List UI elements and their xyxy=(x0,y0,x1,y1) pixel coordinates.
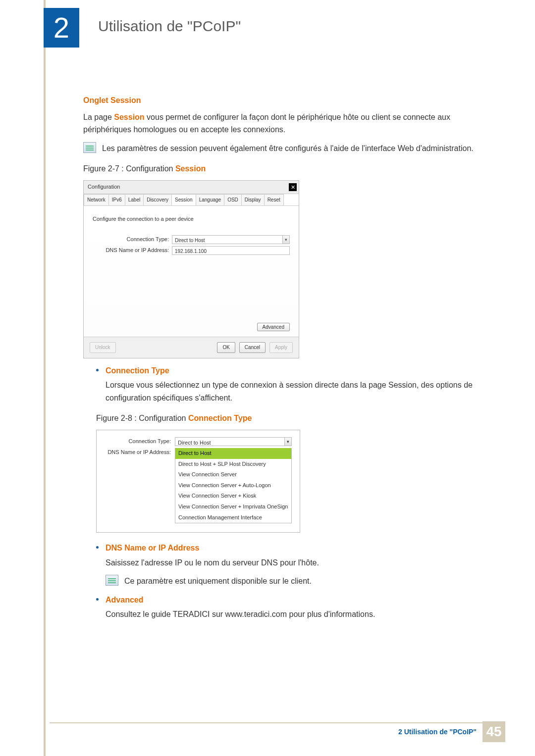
apply-button[interactable]: Apply xyxy=(269,342,293,353)
fig28-option[interactable]: View Connection Server + Imprivata OneSi… xyxy=(175,502,291,512)
footer-chapter-label: 2 Utilisation de "PCoIP" xyxy=(398,728,477,736)
window-body: Configure the connection to a peer devic… xyxy=(84,206,299,337)
chapter-number-block: 2 xyxy=(44,8,79,48)
cancel-button[interactable]: Cancel xyxy=(239,342,266,353)
note-block: Les paramètres de session peuvent égalem… xyxy=(83,142,480,155)
fig28-option[interactable]: Connection Management Interface xyxy=(175,512,291,523)
connection-type-text: Lorsque vous sélectionnez un type de con… xyxy=(106,379,480,404)
page-footer: 2 Utilisation de "PCoIP" 45 xyxy=(398,721,505,742)
tab-strip: Network IPv6 Label Discovery Session Lan… xyxy=(84,194,299,206)
tab-discovery[interactable]: Discovery xyxy=(143,194,172,205)
dns-text: Saisissez l'adresse IP ou le nom du serv… xyxy=(106,556,480,569)
ok-button[interactable]: OK xyxy=(217,342,235,353)
dns-note: Ce paramètre est uniquement disponible s… xyxy=(124,575,312,588)
fig28-conn-type-value: Direct to Host xyxy=(178,440,211,446)
window-footer: Unlock OK Cancel Apply xyxy=(84,337,299,358)
tab-label[interactable]: Label xyxy=(125,194,144,205)
dns-input[interactable]: 192.168.1.100 xyxy=(172,246,290,255)
fig28-conn-type-label: Connection Type: xyxy=(102,437,175,446)
figure28-label: Figure 2-8 : Configuration Connection Ty… xyxy=(96,412,480,425)
fig28-options-list[interactable]: Direct to Host Direct to Host + SLP Host… xyxy=(175,448,292,523)
configuration-window: Configuration ✕ Network IPv6 Label Disco… xyxy=(83,180,299,358)
bullet-icon xyxy=(96,546,99,549)
tab-osd[interactable]: OSD xyxy=(224,194,242,205)
section-intro: La page Session vous permet de configure… xyxy=(83,111,480,136)
connection-type-label: Connection Type: xyxy=(93,235,172,244)
close-icon[interactable]: ✕ xyxy=(289,183,297,191)
bullet-icon xyxy=(96,369,99,371)
unlock-button[interactable]: Unlock xyxy=(90,342,116,353)
note-icon xyxy=(106,575,118,586)
fig28-option[interactable]: View Connection Server + Kiosk xyxy=(175,491,291,502)
connection-type-select[interactable]: Direct to Host ▾ xyxy=(172,235,290,244)
intro-pre: La page xyxy=(83,113,114,121)
advanced-button-row: Advanced xyxy=(93,319,290,332)
connection-type-value: Direct to Host xyxy=(175,238,205,243)
chapter-title: Utilisation de "PCoIP" xyxy=(98,18,241,35)
advanced-heading: Advanced xyxy=(106,594,143,606)
figure27-label-pre: Figure 2-7 : Configuration xyxy=(83,164,175,173)
chevron-down-icon[interactable]: ▾ xyxy=(284,438,291,446)
advanced-text: Consultez le guide TERADICI sur www.tera… xyxy=(106,608,480,621)
figure28-label-bold: Connection Type xyxy=(188,414,252,422)
tab-session[interactable]: Session xyxy=(171,194,196,205)
tab-reset[interactable]: Reset xyxy=(264,194,284,205)
connection-type-heading: Connection Type xyxy=(106,364,169,377)
config-description: Configure the connection to a peer devic… xyxy=(93,215,290,224)
dns-label: DNS Name or IP Address: xyxy=(93,246,172,255)
fig28-conn-type-select[interactable]: Direct to Host ▾ xyxy=(175,437,292,446)
fig28-dns-label: DNS Name or IP Address: xyxy=(102,448,175,457)
section-heading: Onglet Session xyxy=(83,94,480,107)
note-icon xyxy=(83,142,96,153)
advanced-button[interactable]: Advanced xyxy=(257,323,290,331)
left-margin-strip xyxy=(44,0,46,756)
figure27-label-bold: Session xyxy=(175,164,206,173)
dns-row: DNS Name or IP Address: 192.168.1.100 xyxy=(93,246,290,255)
page-content: Onglet Session La page Session vous perm… xyxy=(83,94,480,626)
note-text: Les paramètres de session peuvent égalem… xyxy=(102,142,474,155)
tab-ipv6[interactable]: IPv6 xyxy=(108,194,125,205)
chevron-down-icon[interactable]: ▾ xyxy=(282,236,289,244)
dns-value: 192.168.1.100 xyxy=(175,249,207,254)
figure28-label-pre: Figure 2-8 : Configuration xyxy=(96,414,188,422)
fig28-option[interactable]: Direct to Host + SLP Host Discovery xyxy=(175,459,291,470)
fig28-option[interactable]: Direct to Host xyxy=(175,448,291,459)
fig28-option[interactable]: View Connection Server xyxy=(175,469,291,480)
figure27-label: Figure 2-7 : Configuration Session xyxy=(83,162,480,175)
fig28-option[interactable]: View Connection Server + Auto-Logon xyxy=(175,480,291,491)
connection-type-row: Connection Type: Direct to Host ▾ xyxy=(93,235,290,244)
tab-display[interactable]: Display xyxy=(241,194,265,205)
window-titlebar: Configuration ✕ xyxy=(84,181,299,194)
window-title: Configuration xyxy=(88,183,120,192)
tab-language[interactable]: Language xyxy=(196,194,225,205)
intro-bold: Session xyxy=(114,113,144,121)
connection-type-dropdown-figure: Connection Type: Direct to Host ▾ DNS Na… xyxy=(96,430,300,533)
tab-network[interactable]: Network xyxy=(84,194,109,205)
page-number: 45 xyxy=(482,721,505,742)
bullet-icon xyxy=(96,598,99,601)
dns-heading: DNS Name or IP Address xyxy=(106,542,199,554)
